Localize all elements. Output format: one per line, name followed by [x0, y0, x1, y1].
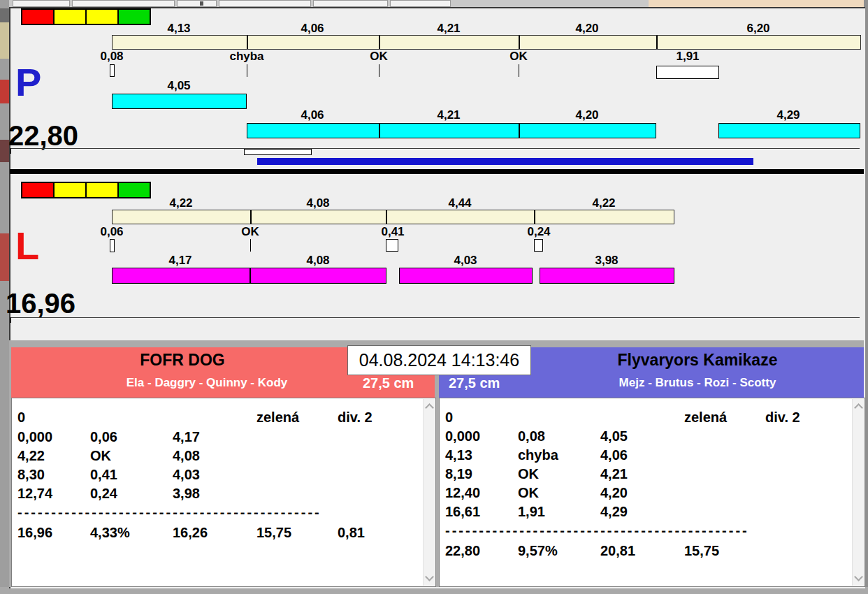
table-cell: 0: [445, 410, 453, 426]
scroll-down-icon[interactable]: [854, 572, 863, 581]
table-cell: 16,96: [17, 525, 52, 541]
scroll-up-icon[interactable]: [854, 403, 863, 412]
table-cell: 22,80: [445, 543, 480, 559]
datetime-display: 04.08.2024 14:13:46: [347, 345, 531, 375]
table-cell: zelená: [684, 410, 727, 426]
table-cell: 0,24: [90, 486, 117, 502]
table-cell: 0,000: [445, 428, 480, 444]
flyball-timing-screen: P 22,80 4,13 4,06 4,21 4,20 6,20 0,08 ch…: [0, 0, 868, 594]
table-cell: 4,08: [173, 448, 200, 464]
table-scrollbar[interactable]: [852, 399, 864, 586]
table-row: 4,13 chyba 4,06: [440, 447, 851, 464]
table-cell: OK: [518, 485, 539, 501]
table-cell: 0,000: [17, 429, 52, 445]
table-cell: 3,98: [173, 486, 200, 502]
table-total-row: 16,96 4,33% 16,26 15,75 0,81: [12, 525, 421, 542]
table-cell: 4,13: [445, 447, 472, 463]
table-cell: OK: [518, 466, 539, 482]
team-left-name: FOFR DOG: [11, 351, 354, 370]
table-cell: 0,06: [90, 429, 117, 445]
team-right-results-table: 0 zelená div. 2 0,000 0,08 4,05 4,13 chy…: [439, 398, 865, 587]
table-cell: 0,81: [338, 525, 365, 541]
table-row: 12,74 0,24 3,98: [12, 486, 421, 502]
table-cell: ----------------------------------------…: [445, 523, 749, 539]
scroll-down-icon[interactable]: [425, 572, 434, 581]
table-cell: 0,41: [90, 467, 117, 483]
team-right-name: Flyvaryors Kamikaze: [558, 351, 837, 370]
table-cell: 4,22: [17, 448, 45, 464]
table-row: 8,30 0,41 4,03: [12, 467, 421, 484]
table-total-row: 22,80 9,57% 20,81 15,75: [440, 543, 851, 560]
table-cell: 0: [17, 410, 25, 426]
table-row: 16,61 1,91 4,29: [440, 504, 851, 521]
table-row: 0 zelená div. 2: [440, 410, 851, 426]
table-row: 4,22 OK 4,08: [12, 448, 421, 465]
scroll-up-icon[interactable]: [425, 403, 434, 412]
table-row: 0,000 0,08 4,05: [440, 428, 851, 445]
team-right-jump-height: 27,5 cm: [449, 375, 500, 391]
table-cell: 4,05: [600, 428, 628, 444]
table-cell: 16,26: [173, 525, 208, 541]
table-cell: 9,57%: [518, 543, 558, 559]
table-row: 8,19 OK 4,21: [440, 466, 851, 483]
table-row: 0,000 0,06 4,17: [12, 429, 421, 446]
table-cell: 15,75: [256, 525, 291, 541]
table-cell: ----------------------------------------…: [17, 505, 321, 521]
table-cell: 12,74: [17, 486, 52, 502]
team-left-jump-height: 27,5 cm: [363, 375, 414, 391]
table-cell: 4,06: [600, 447, 628, 463]
table-cell: 4,29: [600, 504, 628, 520]
table-cell: 15,75: [684, 543, 719, 559]
table-dash-separator: ----------------------------------------…: [12, 505, 421, 521]
table-cell: 8,30: [17, 467, 45, 483]
table-cell: OK: [90, 448, 111, 464]
table-cell: 4,20: [600, 485, 628, 501]
table-scrollbar[interactable]: [423, 399, 435, 586]
table-cell: div. 2: [338, 410, 372, 426]
table-row: 12,40 OK 4,20: [440, 485, 851, 502]
table-cell: 4,17: [173, 429, 200, 445]
table-dash-separator: ----------------------------------------…: [440, 523, 851, 539]
table-cell: 1,91: [518, 504, 545, 520]
table-cell: 0,08: [518, 428, 545, 444]
team-left-results-table: 0 zelená div. 2 0,000 0,06 4,17 4,22 OK …: [11, 398, 436, 587]
table-cell: 4,03: [173, 467, 200, 483]
table-cell: zelená: [256, 410, 299, 426]
team-right-dog-names: Mejz - Brutus - Rozi - Scotty: [558, 376, 837, 390]
table-cell: 20,81: [600, 543, 635, 559]
table-cell: 12,40: [445, 485, 480, 501]
team-left-dog-names: Ela - Daggry - Quinny - Kody: [11, 376, 403, 390]
table-cell: 16,61: [445, 504, 480, 520]
table-row: 0 zelená div. 2: [12, 410, 421, 426]
table-cell: 4,21: [600, 466, 628, 482]
table-cell: div. 2: [765, 410, 800, 426]
table-cell: chyba: [518, 447, 558, 463]
scoreboard-section: FOFR DOG Ela - Daggry - Quinny - Kody 27…: [0, 0, 868, 594]
table-cell: 8,19: [445, 466, 472, 482]
table-cell: 4,33%: [90, 525, 130, 541]
